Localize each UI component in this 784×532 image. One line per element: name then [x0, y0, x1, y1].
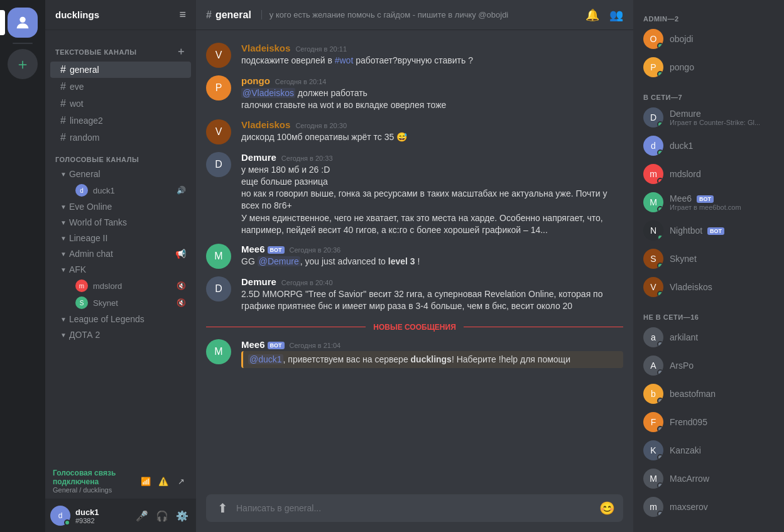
status-dot: [657, 149, 663, 156]
expand-arrow-icon: ▼: [60, 251, 67, 258]
status-dot: [657, 369, 663, 376]
main-content: # general у кого есть желание помочь с г…: [196, 0, 633, 532]
member-item-demure[interactable]: D Demure Играет в Counter-Strike: Gl...: [638, 104, 779, 131]
channel-item-eve[interactable]: # eve: [50, 79, 191, 95]
message-input-wrapper: ⬆ 😊: [206, 494, 623, 522]
expand-arrow-icon: ▼: [60, 235, 67, 242]
server-name-header[interactable]: ducklings ≡: [45, 0, 196, 30]
member-name: Demure: [670, 109, 760, 119]
member-item-macarrow[interactable]: M MacArrow: [638, 465, 779, 492]
member-item-obojdi[interactable]: O obojdi: [638, 25, 779, 53]
server-menu-icon[interactable]: ≡: [179, 8, 186, 21]
voice-member-duck1[interactable]: d duck1 🔊: [50, 182, 191, 198]
avatar: M: [206, 244, 231, 269]
member-item-duck1[interactable]: d duck1: [638, 132, 779, 160]
member-item-arkilant[interactable]: a arkilant: [638, 323, 779, 351]
channel-item-random[interactable]: # random: [50, 129, 191, 146]
status-dot: [657, 426, 663, 432]
voice-channel-afk[interactable]: ▼ AFK: [50, 262, 191, 277]
hash-icon: #: [60, 81, 66, 92]
message-group: M Мее6BOT Сегодня в 21:04 @duck1, привет…: [196, 337, 633, 371]
member-item-maxserov[interactable]: m maxserov: [638, 493, 779, 521]
member-item-arspo[interactable]: A ArsPo: [638, 352, 779, 379]
mute-button[interactable]: 🎤: [133, 507, 151, 524]
avatar: V: [206, 119, 231, 144]
mute-icon: 🔇: [177, 281, 186, 290]
voice-settings-icon[interactable]: 📶: [138, 474, 153, 489]
member-item-skynet[interactable]: S Skynet: [638, 245, 779, 273]
member-name: obojdi: [670, 34, 693, 44]
voice-channel-dota2[interactable]: ▼ ДОТА 2: [50, 327, 191, 342]
member-item-nightbot[interactable]: N Nightbot BOT: [638, 217, 779, 244]
message-time: Сегодня в 20:40: [281, 279, 333, 286]
add-text-channel-button[interactable]: ＋: [176, 45, 187, 58]
channel-item-lineage2[interactable]: # lineage2: [50, 112, 191, 129]
new-messages-label: НОВЫЕ СООБЩЕНИЯ: [373, 323, 456, 332]
voice-member-mdslord[interactable]: m mdslord 🔇: [50, 278, 191, 294]
voice-channel-admin-chat[interactable]: ▼ Admin chat 📢: [50, 246, 191, 261]
new-messages-line: [206, 327, 366, 327]
voice-channel-general[interactable]: ▼ General: [50, 166, 191, 182]
server-name-label: ducklings: [55, 9, 99, 20]
member-item-frend095[interactable]: F Frend095: [638, 408, 779, 436]
channel-item-wot[interactable]: # wot: [50, 95, 191, 112]
member-subtext: Играет в Counter-Strike: Gl...: [670, 119, 760, 126]
hash-icon: #: [60, 115, 66, 126]
bot-badge: BOT: [707, 227, 724, 235]
voice-channels-section: ГОЛОСОВЫЕ КАНАЛЫ: [45, 151, 196, 166]
avatar: O: [643, 29, 663, 49]
server-icon-ducklings[interactable]: [8, 8, 38, 38]
message-author: Мее6BOT: [241, 339, 285, 350]
upload-button[interactable]: ⬆: [209, 494, 236, 522]
member-name-wrapper: duck1: [670, 141, 693, 151]
member-name: ArsPo: [670, 361, 774, 371]
status-dot: [657, 398, 663, 404]
member-item-beastofman[interactable]: b beastofman: [638, 380, 779, 408]
voice-disconnect-icon[interactable]: ⚠️: [156, 474, 171, 489]
channel-sidebar: ducklings ≡ ТЕКСТОВЫЕ КАНАЛЫ ＋ # general…: [45, 0, 196, 532]
message-text: @Vladeiskos должен работатьгалочки ставь…: [241, 87, 623, 112]
voice-connected-banner: Голосовая связь подключена General / duc…: [45, 464, 196, 499]
hashtag-link[interactable]: #wot: [335, 55, 354, 65]
status-dot: [657, 341, 663, 347]
message-header: pongo Сегодня в 20:14: [241, 75, 623, 86]
member-subtext: Играет в mee6bot.com: [670, 204, 741, 211]
offline-section-label: НЕ В СЕТИ—16: [638, 308, 779, 323]
member-name: MacArrow: [670, 474, 774, 484]
user-info: d duck1 #9382: [50, 506, 131, 526]
status-dot: [657, 43, 663, 49]
expand-arrow-icon: ▼: [60, 171, 67, 178]
voice-member-skynet[interactable]: S Skynet 🔇: [50, 295, 191, 311]
member-item-vladeiskos[interactable]: V Vladeiskos: [638, 273, 779, 301]
notifications-icon[interactable]: 🔔: [585, 8, 599, 22]
message-group: D Demure Сегодня в 20:33 у меня 180 мб и…: [196, 149, 633, 239]
mention[interactable]: @Demure: [258, 256, 300, 266]
voice-channel-eve-online[interactable]: ▼ Eve Online: [50, 199, 191, 214]
message-header: Demure Сегодня в 20:40: [241, 276, 623, 287]
members-icon[interactable]: 👥: [609, 8, 623, 22]
emoji-button[interactable]: 😊: [593, 494, 621, 522]
add-server-button[interactable]: ＋: [8, 49, 38, 79]
deafen-button[interactable]: 🎧: [153, 507, 171, 524]
mention[interactable]: @Vladeiskos: [241, 88, 295, 98]
member-item-mdslord[interactable]: m mdslord: [638, 160, 779, 188]
channel-header-name: # general: [206, 9, 251, 21]
member-name-wrapper: Vladeiskos: [670, 282, 712, 292]
member-item-kanzaki[interactable]: K Kanzaki: [638, 437, 779, 464]
message-input[interactable]: [236, 496, 593, 520]
member-name: pongo: [670, 62, 694, 72]
voice-channel-lineage-ii[interactable]: ▼ Lineage II: [50, 231, 191, 246]
voice-expand-icon[interactable]: ↗: [173, 474, 188, 489]
mention[interactable]: @duck1: [248, 354, 283, 364]
status-dot: [657, 234, 663, 241]
expand-arrow-icon: ▼: [60, 266, 67, 273]
voice-channel-world-of-tanks[interactable]: ▼ World of Tanks: [50, 215, 191, 230]
expand-arrow-icon: ▼: [60, 219, 67, 226]
member-item-mee6[interactable]: M Mee6 BOT Играет в mee6bot.com: [638, 188, 779, 216]
member-item-pongo[interactable]: P pongo: [638, 53, 779, 81]
member-name-wrapper: Demure Играет в Counter-Strike: Gl...: [670, 109, 760, 126]
settings-button[interactable]: ⚙️: [173, 507, 191, 524]
voice-channel-league-of-legends[interactable]: ▼ League of Legends: [50, 312, 191, 327]
channel-item-general[interactable]: # general 📌: [50, 62, 191, 78]
avatar: V: [643, 277, 663, 297]
